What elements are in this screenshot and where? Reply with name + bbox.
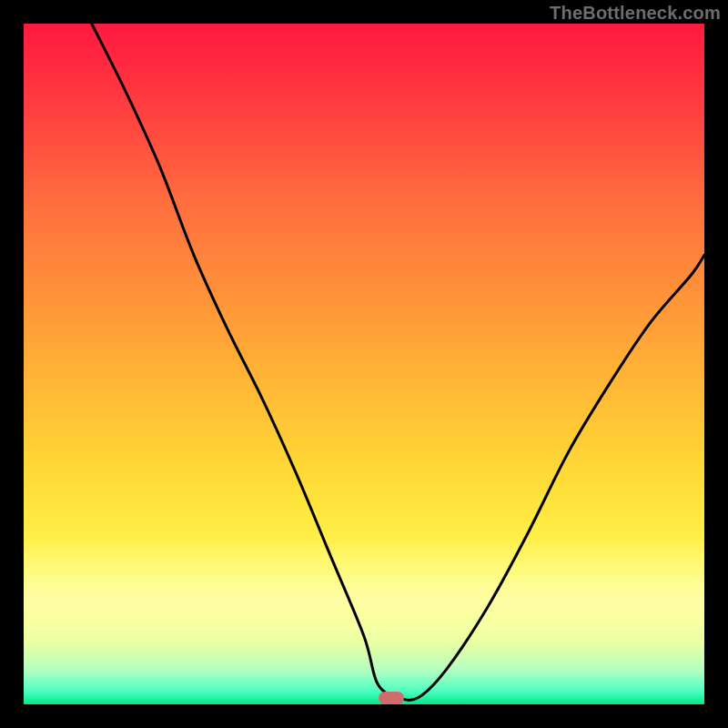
curve-layer (24, 24, 704, 704)
plot-area (24, 24, 704, 704)
optimal-marker (379, 692, 404, 704)
watermark-text: TheBottleneck.com (550, 3, 721, 24)
bottleneck-curve (92, 24, 704, 700)
chart-frame: TheBottleneck.com (0, 0, 728, 728)
lower-haze-band (24, 539, 704, 648)
